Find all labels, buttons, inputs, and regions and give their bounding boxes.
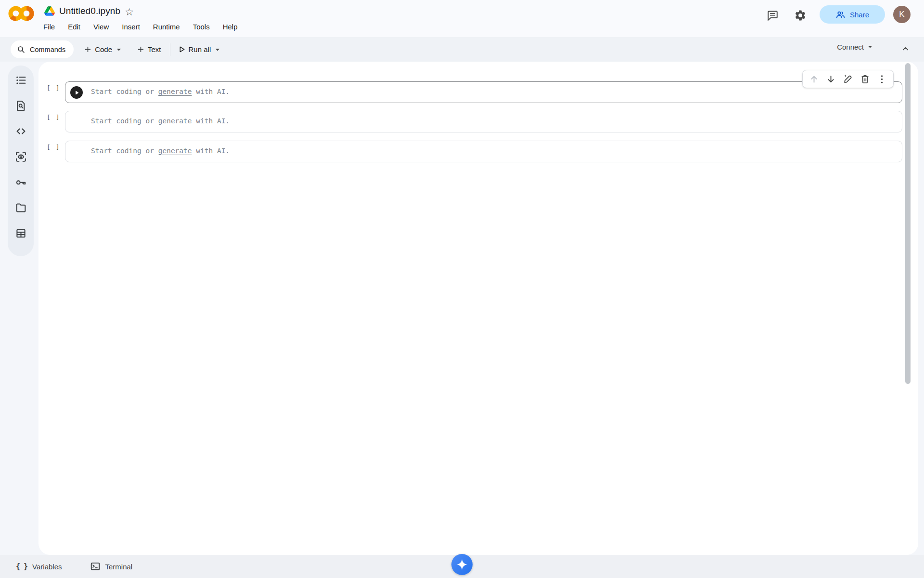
connect-button[interactable]: Connect xyxy=(837,42,875,52)
generate-link[interactable]: generate xyxy=(158,147,192,155)
variables-button[interactable]: { } Variables xyxy=(16,562,62,571)
more-cell-actions-icon[interactable] xyxy=(876,73,887,85)
execution-count: [ ] xyxy=(47,84,61,92)
run-all-dropdown-caret-icon[interactable] xyxy=(213,45,222,54)
commands-label: Commands xyxy=(30,46,65,53)
placeholder-prefix: Start coding or xyxy=(91,117,158,125)
left-sidebar xyxy=(8,66,34,256)
generate-link[interactable]: generate xyxy=(158,117,192,125)
add-text-button[interactable]: Text xyxy=(134,42,163,57)
placeholder-prefix: Start coding or xyxy=(91,88,158,95)
menu-edit[interactable]: Edit xyxy=(68,23,80,31)
account-avatar[interactable]: K xyxy=(893,6,911,23)
connect-label: Connect xyxy=(837,43,864,51)
terminal-button[interactable]: Terminal xyxy=(90,561,133,572)
play-icon xyxy=(73,89,80,96)
menu-insert[interactable]: Insert xyxy=(122,23,140,31)
plus-icon xyxy=(136,45,145,54)
comments-icon[interactable] xyxy=(766,9,779,22)
colab-logo-icon[interactable] xyxy=(8,5,35,22)
menu-file[interactable]: File xyxy=(43,23,55,31)
menu-tools[interactable]: Tools xyxy=(193,23,210,31)
placeholder-prefix: Start coding or xyxy=(91,147,158,155)
header: Untitled0.ipynb ☆ File Edit View Insert … xyxy=(0,0,924,37)
ai-edit-pen-spark-icon[interactable] xyxy=(842,73,854,85)
colab-app: Untitled0.ipynb ☆ File Edit View Insert … xyxy=(0,0,924,578)
menubar: File Edit View Insert Runtime Tools Help xyxy=(43,23,238,31)
placeholder-suffix: with AI. xyxy=(192,88,230,95)
run-all-label: Run all xyxy=(189,45,211,53)
menu-help[interactable]: Help xyxy=(223,23,238,31)
settings-gear-icon[interactable] xyxy=(794,9,807,22)
menu-view[interactable]: View xyxy=(93,23,109,31)
star-icon[interactable]: ☆ xyxy=(125,6,134,17)
titlebar: Untitled0.ipynb ☆ xyxy=(44,4,134,18)
toolbar: Commands Code Text xyxy=(0,37,924,62)
avatar-initial: K xyxy=(899,10,904,19)
search-icon xyxy=(17,45,26,54)
drive-icon xyxy=(44,6,55,16)
add-code-button[interactable]: Code xyxy=(81,42,114,57)
menu-runtime[interactable]: Runtime xyxy=(153,23,180,31)
cell-toolbar xyxy=(802,70,894,88)
commands-button[interactable]: Commands xyxy=(11,40,74,58)
vertical-scrollbar[interactable] xyxy=(905,63,911,384)
scene-inspector-eye-icon[interactable] xyxy=(15,151,27,163)
execution-count: [ ] xyxy=(47,144,61,151)
notebook-canvas[interactable]: [ ] Start coding or generate with AI. [ … xyxy=(38,62,918,555)
table-of-contents-icon[interactable] xyxy=(15,74,27,86)
run-all-button[interactable]: Run all xyxy=(175,42,213,57)
notebook-title[interactable]: Untitled0.ipynb xyxy=(59,6,120,16)
add-text-label: Text xyxy=(148,45,161,53)
data-table-icon[interactable] xyxy=(15,227,27,239)
share-button[interactable]: Share xyxy=(820,5,885,24)
secrets-key-icon[interactable] xyxy=(15,176,27,188)
placeholder-suffix: with AI. xyxy=(192,147,230,155)
connect-caret-icon xyxy=(865,42,875,52)
execution-count: [ ] xyxy=(47,114,61,121)
run-all-play-icon xyxy=(177,45,186,54)
gemini-spark-icon xyxy=(456,558,468,571)
delete-cell-trash-icon[interactable] xyxy=(859,73,871,85)
run-cell-button[interactable] xyxy=(70,86,83,99)
terminal-icon xyxy=(90,561,101,572)
add-code-dropdown-caret-icon[interactable] xyxy=(114,45,124,54)
add-code-label: Code xyxy=(95,45,112,53)
share-label: Share xyxy=(850,11,869,19)
collapse-header-chevron-icon[interactable] xyxy=(899,42,911,55)
find-and-replace-icon[interactable] xyxy=(15,100,27,112)
move-cell-up-icon[interactable] xyxy=(808,73,820,85)
share-people-icon xyxy=(835,10,846,20)
move-cell-down-icon[interactable] xyxy=(825,73,837,85)
variables-label: Variables xyxy=(32,563,62,571)
plus-icon xyxy=(83,45,92,54)
code-cell-editor[interactable]: Start coding or generate with AI. xyxy=(65,111,902,132)
generate-link[interactable]: generate xyxy=(158,88,192,95)
terminal-label: Terminal xyxy=(105,563,133,571)
placeholder-suffix: with AI. xyxy=(192,117,230,125)
files-folder-icon[interactable] xyxy=(15,202,27,214)
code-cell-editor[interactable]: Start coding or generate with AI. xyxy=(65,141,902,162)
toolbar-divider xyxy=(170,43,170,56)
cell-placeholder: Start coding or generate with AI. xyxy=(91,147,230,155)
variables-braces-icon: { } xyxy=(16,562,27,571)
cell-placeholder: Start coding or generate with AI. xyxy=(91,117,230,125)
code-snippets-icon[interactable] xyxy=(15,125,27,137)
cell-placeholder: Start coding or generate with AI. xyxy=(91,88,230,95)
gemini-spark-button[interactable] xyxy=(451,554,473,575)
code-cell-editor[interactable]: Start coding or generate with AI. xyxy=(65,81,902,103)
